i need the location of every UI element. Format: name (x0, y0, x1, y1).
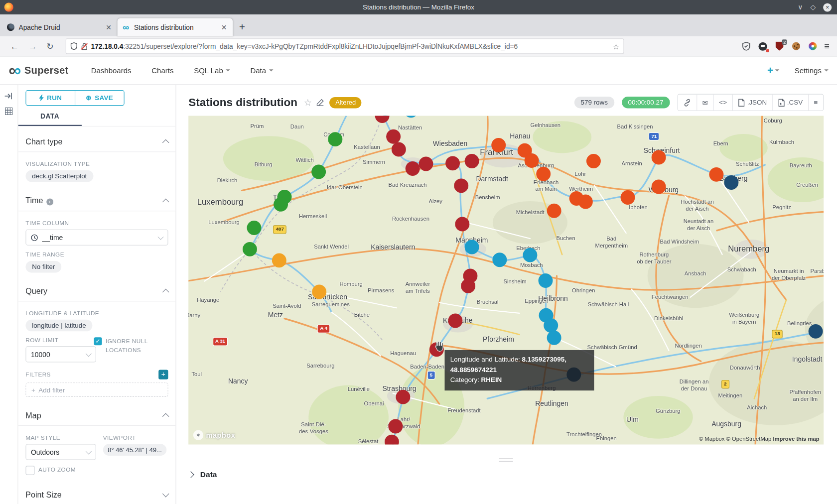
shield-icon[interactable] (71, 42, 78, 50)
section-query[interactable]: Query (25, 286, 168, 295)
station-dot[interactable] (547, 331, 561, 345)
cookie-icon[interactable] (791, 41, 801, 51)
ublock-icon[interactable]: 2 (775, 41, 784, 51)
export-csv-button[interactable]: .CSV (772, 95, 808, 111)
nav-charts[interactable]: Charts (151, 66, 173, 75)
station-dot[interactable] (651, 150, 666, 165)
station-dot[interactable] (328, 132, 342, 146)
add-filter-plus-button[interactable]: + (158, 370, 168, 379)
expand-panel-icon[interactable] (4, 92, 13, 100)
station-dot[interactable] (388, 419, 403, 434)
station-dot[interactable] (243, 242, 257, 256)
email-button[interactable]: ✉ (697, 95, 713, 111)
viewport-value[interactable]: 8° 46' 45.28" | 49... (103, 444, 167, 456)
tab-apache-druid[interactable]: Apache Druid ✕ (2, 18, 117, 36)
time-column-select[interactable]: __time (25, 230, 168, 246)
nav-sql-lab[interactable]: SQL Lab (194, 66, 230, 75)
embed-code-button[interactable]: <> (713, 95, 732, 111)
station-dot[interactable] (392, 142, 406, 156)
station-dot[interactable] (448, 313, 462, 328)
run-button[interactable]: RUN (26, 91, 75, 105)
data-panel-toggle[interactable]: Data (188, 470, 824, 479)
map-city-label: Heilbronn (538, 294, 568, 303)
settings-menu[interactable]: Settings (795, 66, 829, 75)
insecure-lock-icon[interactable] (81, 42, 88, 50)
extension-shield-icon[interactable] (741, 41, 751, 51)
reload-button[interactable]: ↻ (42, 41, 59, 51)
station-dot[interactable] (464, 240, 479, 254)
station-dot[interactable] (454, 179, 468, 193)
station-dot[interactable] (536, 167, 551, 181)
station-dot[interactable] (445, 156, 460, 170)
favorite-star-icon[interactable]: ☆ (304, 97, 312, 108)
copy-link-button[interactable] (678, 95, 697, 111)
station-dot[interactable] (586, 154, 601, 168)
new-tab-button[interactable]: + (233, 21, 252, 36)
time-range-value[interactable]: No filter (25, 261, 61, 273)
station-dot[interactable] (464, 154, 479, 168)
station-dot[interactable] (461, 279, 475, 293)
station-dot[interactable] (547, 204, 561, 218)
map-style-select[interactable]: Outdoors (25, 444, 96, 460)
dataset-grid-icon[interactable] (5, 107, 13, 115)
map-canvas[interactable]: PrümDaunCochemNastättenWiesbadenFrankfur… (188, 116, 824, 445)
section-map[interactable]: Map (25, 411, 168, 420)
station-dot[interactable] (808, 324, 823, 339)
station-dot[interactable] (621, 190, 635, 205)
station-dot[interactable] (387, 129, 401, 144)
station-dot[interactable] (491, 138, 506, 152)
container-mask-icon[interactable] (758, 41, 768, 51)
pinwheel-extension-icon[interactable] (808, 41, 817, 51)
edit-icon[interactable] (317, 99, 324, 106)
station-dot[interactable] (492, 252, 507, 267)
station-dot[interactable] (578, 194, 593, 209)
export-json-button[interactable]: .JSON (732, 95, 772, 111)
tab-close-icon[interactable]: ✕ (104, 23, 113, 31)
menu-icon[interactable]: ≡ (824, 41, 830, 51)
tab-stations-distribution[interactable]: ∞ Stations distribution ✕ (118, 18, 233, 36)
minimize-button[interactable]: ∨ (798, 3, 803, 11)
section-time[interactable]: Timei (25, 196, 168, 205)
station-dot[interactable] (524, 153, 539, 168)
query-duration-badge: 00:00:00.27 (622, 97, 670, 109)
new-chart-button[interactable]: + (767, 65, 780, 77)
station-dot[interactable] (274, 197, 288, 212)
close-button[interactable]: × (823, 3, 832, 11)
bookmark-star-icon[interactable]: ☆ (613, 42, 619, 50)
panel-resize-handle[interactable] (499, 458, 513, 461)
superset-logo[interactable]: ∞ Superset (8, 63, 68, 77)
nav-dashboards[interactable]: Dashboards (91, 66, 132, 75)
station-dot[interactable] (709, 167, 723, 182)
tab-close-icon[interactable]: ✕ (219, 23, 228, 31)
station-dot[interactable] (312, 285, 326, 299)
improve-map-link[interactable]: Improve this map (773, 435, 819, 442)
more-options-button[interactable]: ≡ (808, 95, 823, 111)
station-dot[interactable] (419, 156, 433, 171)
station-dot[interactable] (724, 175, 739, 190)
tab-data[interactable]: DATA (18, 112, 82, 126)
maximize-button[interactable]: ◇ (810, 3, 816, 11)
add-filter-box[interactable]: + Add filter (25, 382, 168, 397)
row-limit-select[interactable]: 10000 (25, 346, 96, 362)
lonlat-value[interactable]: longitude | latitude (25, 320, 92, 332)
back-button[interactable]: ← (5, 41, 23, 51)
ignore-null-checkbox[interactable]: ✓ (94, 337, 102, 345)
save-button[interactable]: ⊕ SAVE (75, 91, 124, 105)
nav-data[interactable]: Data (250, 66, 273, 75)
mapbox-logo[interactable]: ✶ mapbox (193, 430, 235, 440)
section-chart-type[interactable]: Chart type (25, 137, 168, 146)
station-dot[interactable] (247, 221, 261, 235)
url-field[interactable]: 172.18.0.4:32251/superset/explore/?form_… (66, 38, 624, 54)
station-dot[interactable] (406, 161, 420, 176)
station-dot[interactable] (538, 273, 553, 288)
section-point-size[interactable]: Point Size (25, 490, 168, 499)
station-dot[interactable] (651, 180, 666, 194)
station-dot[interactable] (455, 217, 469, 232)
station-dot[interactable] (311, 164, 326, 179)
viz-type-value[interactable]: deck.gl Scatterplot (25, 170, 93, 182)
auto-zoom-checkbox[interactable] (25, 466, 34, 475)
station-dot[interactable] (523, 248, 538, 262)
station-dot[interactable] (272, 253, 286, 267)
forward-button[interactable]: → (23, 41, 41, 51)
station-dot[interactable] (396, 390, 411, 404)
